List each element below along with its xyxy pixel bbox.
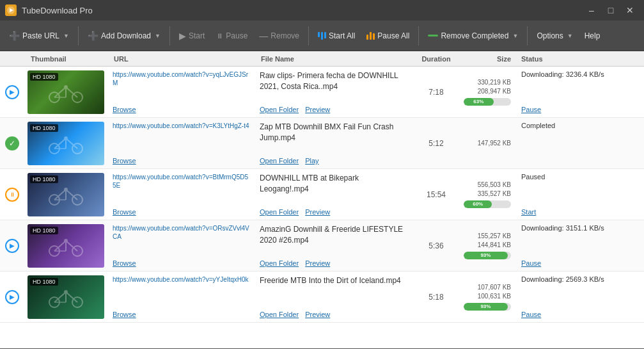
url-text: https://www.youtube.com/watch?v=yqLJvEGJ… (113, 70, 249, 87)
browse-link[interactable]: Browse (113, 311, 249, 318)
remove-completed-label: Remove Completed (441, 31, 508, 40)
open-folder-link[interactable]: Open Folder (260, 259, 299, 267)
url-text: https://www.youtube.com/watch?v=BtMrmQ5D… (113, 173, 249, 190)
url-column: https://www.youtube.com/watch?v=BtMrmQ5D… (107, 169, 255, 220)
open-folder-link[interactable]: Open Folder (260, 157, 299, 165)
filename-column: Zap MTB Downhill BMX Fail Fun Crash Jump… (255, 118, 414, 168)
status-column: Paused Start (516, 169, 644, 220)
progress-bar-bg: 93% (464, 303, 511, 311)
svg-point-15 (64, 136, 68, 140)
thumbnail: HD 1080 (24, 272, 107, 322)
size-downloaded: 144,841 KB (464, 241, 511, 248)
remove-completed-arrow: ▼ (512, 33, 518, 39)
browse-link[interactable]: Browse (113, 157, 249, 165)
app-title: TubeDownload Pro (22, 6, 583, 15)
preview-link[interactable]: Preview (305, 106, 330, 113)
status-action-link[interactable]: Pause (521, 259, 639, 267)
url-column: https://www.youtube.com/watch?v=K3LYtHgZ… (107, 118, 255, 168)
play-button[interactable]: ▶ (5, 85, 19, 99)
column-headers: Thumbnail URL File Name Duration Size St… (0, 51, 644, 67)
thumb-image: HD 1080 (27, 70, 104, 114)
row-action[interactable]: ✓ (0, 118, 24, 168)
pause-all-icon (366, 32, 375, 40)
row-action[interactable]: ▶ (0, 220, 24, 271)
filename-column: DOWNHILL MTB at Bikepark Leogang!.mp4 Op… (255, 169, 414, 220)
size-total: 107,607 KB (464, 284, 511, 291)
col-size: Size (459, 55, 516, 63)
filename-column: Freeride MTB Into the Dirt of Iceland.mp… (255, 272, 414, 322)
preview-link[interactable]: Preview (305, 259, 330, 267)
maximize-button[interactable]: □ (602, 3, 620, 17)
filename-text: Raw clips- Primera fecha de DOWNHILL 202… (260, 70, 409, 92)
size-total: 330,219 KB (464, 79, 511, 86)
remove-icon: — (259, 31, 268, 41)
filename-text: AmazinG Downhill & Freeride LIFESTYLE 20… (260, 224, 409, 246)
size-downloaded: 208,947 KB (464, 88, 511, 95)
thumb-image: HD 1080 (27, 122, 104, 165)
open-folder-link[interactable]: Open Folder (260, 106, 299, 113)
row-action[interactable]: ▶ (0, 272, 24, 322)
filename-text: Zap MTB Downhill BMX Fail Fun Crash Jump… (260, 122, 409, 143)
status-column: Downloading: 3236.4 KB/s Pause (516, 67, 644, 117)
status-column: Downloading: 2569.3 KB/s Pause (516, 272, 644, 322)
hd-badge: HD 1080 (30, 175, 58, 183)
remove-completed-button[interactable]: Remove Completed ▼ (423, 28, 523, 44)
completed-check: ✓ (5, 136, 19, 150)
thumb-image: HD 1080 (27, 224, 104, 268)
col-thumbnail: Thumbnail (0, 55, 109, 63)
pause-all-button[interactable]: Pause All (361, 28, 414, 44)
options-arrow: ▼ (567, 33, 573, 39)
status-text: Paused (521, 173, 639, 181)
preview-link[interactable]: Preview (305, 208, 330, 216)
pause-row-button[interactable]: ⏸ (5, 188, 19, 202)
start-all-button[interactable]: Start All (313, 28, 360, 44)
file-actions: Open FolderPreview (260, 311, 409, 318)
svg-point-29 (64, 239, 68, 243)
play-button[interactable]: ▶ (5, 290, 19, 304)
progress-bar-fill: 60% (464, 200, 492, 208)
minimize-button[interactable]: – (583, 3, 601, 17)
help-label: Help (585, 31, 601, 40)
file-actions: Open FolderPreview (260, 259, 409, 267)
preview-link[interactable]: Preview (305, 311, 330, 318)
help-button[interactable]: Help (579, 28, 606, 44)
table-row: ▶ HD 1080 https://www.youtube.com/watch?… (0, 220, 644, 272)
remove-button[interactable]: — Remove (254, 28, 304, 44)
row-action[interactable]: ▶ (0, 67, 24, 117)
toolbar-sep-3 (308, 26, 309, 45)
toolbar-sep-5 (527, 26, 528, 45)
size-column: 147,952 KB (459, 118, 516, 168)
app-icon (5, 4, 17, 16)
status-action-link[interactable]: Pause (521, 106, 639, 113)
progress-bar-bg: 93% (464, 252, 511, 259)
col-filename: File Name (256, 55, 414, 63)
start-all-label: Start All (329, 31, 355, 40)
status-action-link[interactable]: Pause (521, 311, 639, 318)
play-button[interactable]: ▶ (5, 239, 19, 253)
toolbar-sep-2 (169, 26, 170, 45)
status-action-link[interactable]: Start (521, 208, 639, 216)
row-action[interactable]: ⏸ (0, 169, 24, 220)
svg-point-36 (64, 290, 68, 294)
paste-url-button[interactable]: ➕ Paste URL ▼ (4, 28, 74, 44)
open-folder-link[interactable]: Open Folder (260, 311, 299, 318)
options-button[interactable]: Options ▼ (531, 28, 577, 44)
add-download-button[interactable]: ➕ Add Download ▼ (82, 28, 166, 44)
open-folder-link[interactable]: Open Folder (260, 208, 299, 216)
browse-link[interactable]: Browse (113, 259, 249, 267)
size-downloaded: 335,527 KB (464, 190, 511, 197)
browse-link[interactable]: Browse (113, 106, 249, 113)
download-list: ▶ HD 1080 https://www.youtube.com/watch?… (0, 67, 644, 348)
play-link[interactable]: Play (305, 157, 318, 165)
pause-button[interactable]: ⏸ Pause (211, 28, 253, 44)
status-text: Downloading: 3236.4 KB/s (521, 70, 639, 78)
size-column: 556,503 KB 335,527 KB 60% (459, 169, 516, 220)
duration: 5:18 (414, 272, 459, 322)
browse-link[interactable]: Browse (113, 208, 249, 216)
start-button[interactable]: ▶ Start (174, 28, 210, 44)
close-button[interactable]: ✕ (621, 3, 639, 17)
url-text: https://www.youtube.com/watch?v=ORsvZVvl… (113, 224, 249, 241)
size-column: 155,257 KB 144,841 KB 93% (459, 220, 516, 271)
size-total: 147,952 KB (464, 140, 511, 147)
titlebar: TubeDownload Pro – □ ✕ (0, 0, 644, 20)
